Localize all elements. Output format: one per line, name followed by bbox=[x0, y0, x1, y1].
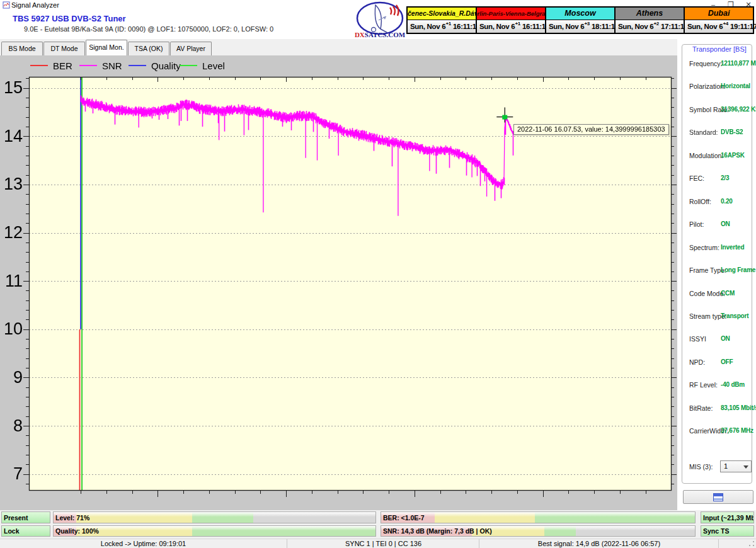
transponder-field: CarrierWidth:37,676 MHz bbox=[682, 427, 753, 437]
transponder-field: FEC:2/3 bbox=[682, 174, 753, 185]
clock-time: 16:11:17 bbox=[453, 23, 480, 30]
clock-time: 19:11:17 bbox=[730, 23, 756, 30]
lock-label: Lock bbox=[4, 527, 20, 535]
clock-city: Athens bbox=[616, 8, 684, 20]
stream-options-button[interactable] bbox=[683, 490, 753, 504]
field-value: OFF bbox=[721, 358, 733, 365]
clock-city: Moscow bbox=[546, 8, 614, 20]
quality-gauge: Quality: 100% bbox=[53, 525, 376, 537]
field-value: CCM bbox=[721, 290, 735, 297]
chevron-down-icon bbox=[743, 465, 748, 469]
clock-time: 16:11:17 bbox=[522, 23, 549, 30]
clock-time-row: Sun, Nov 6+116:11:17 bbox=[408, 20, 476, 33]
clock-4: AthensSun, Nov 6+217:11:17 bbox=[616, 8, 685, 33]
clock-1: Lučenec-Slovakia_R.DávidSun, Nov 6+116:1… bbox=[408, 8, 477, 33]
field-value: 31396,922 KS/s bbox=[721, 106, 756, 113]
field-value: 12110,877 MHz bbox=[721, 60, 756, 67]
clock-city: Lučenec-Slovakia_R.Dávid bbox=[408, 8, 476, 20]
clock-utc-offset: +2 bbox=[653, 21, 659, 26]
field-label: Frequency: bbox=[689, 60, 723, 67]
legend-label: SNR bbox=[102, 60, 122, 71]
clock-date: Sun, Nov 6 bbox=[479, 23, 515, 30]
field-label: NPD: bbox=[689, 358, 705, 366]
transponder-field: Pilot:ON bbox=[682, 220, 753, 231]
legend-line-swatch bbox=[79, 65, 97, 66]
tab-av-player[interactable]: AV Player bbox=[170, 42, 212, 55]
gauge-segment bbox=[192, 512, 253, 523]
transponder-field: Frequency:12110,877 MHz bbox=[682, 60, 753, 70]
field-label: Standard: bbox=[689, 128, 718, 136]
dxsatcs-logo: DXSATCS.COM bbox=[355, 1, 405, 39]
logo-text-dx: DX bbox=[355, 31, 365, 38]
sync-ts-indicator: Sync TS bbox=[701, 525, 754, 537]
legend-line-swatch bbox=[129, 65, 146, 66]
field-label: Spectrum: bbox=[689, 244, 719, 251]
gauge-segment bbox=[576, 526, 695, 536]
window-title: Signal Analyzer bbox=[11, 1, 59, 9]
level-label: Level: 71% bbox=[55, 513, 89, 521]
transponder-field: RollOff:0.20 bbox=[682, 198, 753, 208]
transponder-field: BitRate:83,105 Mbit/s bbox=[682, 404, 753, 414]
legend-label: Level bbox=[202, 60, 225, 71]
legend-item-level[interactable]: Level bbox=[180, 60, 225, 71]
lock-indicator: Lock bbox=[1, 525, 50, 537]
signal-chart[interactable]: BERSNRQualityLevel 2022-11-06 16.07.53, … bbox=[0, 55, 677, 510]
clock-utc-offset: +1 bbox=[515, 21, 520, 26]
transponder-field: RF Level:-40 dBm bbox=[682, 381, 753, 391]
transponder-field: Code Mode:CCM bbox=[682, 290, 753, 300]
field-label: Modulation: bbox=[689, 152, 723, 159]
clock-date: Sun, Nov 6 bbox=[549, 23, 584, 30]
gauge-segment bbox=[192, 526, 375, 536]
resize-grip[interactable] bbox=[748, 540, 755, 547]
present-indicator: Present bbox=[1, 511, 50, 523]
field-label: ISSYI bbox=[689, 335, 706, 343]
legend-item-ber[interactable]: BER bbox=[30, 60, 72, 71]
tab-dt-mode[interactable]: DT Mode bbox=[43, 42, 85, 55]
device-subtitle: 9.0E - Eutelsat 9B/Ka-Sat 9A (ID: 0090) … bbox=[24, 25, 273, 33]
status-best-signal: Best signal: 14,9 dB (2022-11-06 06:57) bbox=[479, 539, 719, 548]
field-value: -40 dBm bbox=[721, 381, 745, 388]
transponder-field: Frame Type:Long Frame bbox=[682, 266, 753, 277]
field-value: ON bbox=[721, 220, 730, 227]
ber-label: BER: <1.0E-7 bbox=[383, 513, 425, 521]
clock-city: Dubai bbox=[685, 8, 753, 20]
field-label: Pilot: bbox=[689, 220, 704, 228]
gauge-segment bbox=[253, 512, 375, 523]
tab-strip: BS ModeDT ModeSignal Mon.TSA (OK)AV Play… bbox=[0, 39, 677, 55]
tab-tsa-ok[interactable]: TSA (OK) bbox=[128, 42, 169, 55]
clock-2: Berlin-Paris-Vienna-BelgradeSun, Nov 6+1… bbox=[477, 8, 546, 33]
transponder-panel: Transponder [BS] Frequency:12110,877 MHz… bbox=[677, 39, 756, 510]
gauge-segment bbox=[544, 526, 576, 536]
clock-date: Sun, Nov 6 bbox=[687, 23, 723, 30]
field-label: FEC: bbox=[689, 174, 704, 182]
legend-item-snr[interactable]: SNR bbox=[79, 60, 122, 71]
legend-item-quality[interactable]: Quality bbox=[129, 60, 181, 71]
clock-time-row: Sun, Nov 6+116:11:17 bbox=[477, 20, 545, 33]
tab-signal-mon[interactable]: Signal Mon. bbox=[86, 40, 127, 55]
legend-line-swatch bbox=[180, 65, 197, 66]
world-clocks: Lučenec-Slovakia_R.DávidSun, Nov 6+116:1… bbox=[406, 6, 754, 34]
clock-utc-offset: +4 bbox=[723, 21, 728, 26]
field-value: 0.20 bbox=[721, 198, 733, 205]
device-title: TBS 5927 USB DVB-S2 Tuner bbox=[13, 14, 126, 23]
field-value: 37,676 MHz bbox=[721, 427, 753, 434]
status-sync: SYNC 1 | TEI 0 | CC 136 bbox=[287, 539, 479, 548]
clock-3: MoscowSun, Nov 6+318:11:17 bbox=[546, 8, 616, 33]
svg-text:DXSATCS.COM: DXSATCS.COM bbox=[355, 31, 405, 38]
field-value: DVB-S2 bbox=[721, 128, 743, 135]
snr-gauge: SNR: 14,3 dB (Margin: 7,3 dB | OK) bbox=[381, 525, 696, 537]
field-value: Horizontal bbox=[721, 83, 750, 89]
mis-selected-value: 1 bbox=[724, 462, 728, 470]
tab-bs-mode[interactable]: BS Mode bbox=[1, 42, 43, 55]
field-value: Long Frame bbox=[721, 266, 755, 273]
field-value: ON bbox=[721, 335, 730, 342]
clock-utc-offset: +3 bbox=[584, 21, 590, 26]
field-value: 2/3 bbox=[721, 174, 729, 181]
status-uptime: Locked -> Uptime: 09:19:01 bbox=[0, 539, 287, 548]
mis-dropdown[interactable]: 1 bbox=[720, 460, 752, 472]
mis-label: MIS (3): bbox=[689, 463, 713, 471]
field-label: RF Level: bbox=[689, 381, 718, 389]
field-label: RollOff: bbox=[689, 198, 711, 205]
clock-5: DubaiSun, Nov 6+419:11:17 bbox=[685, 8, 753, 33]
sync-ts-label: Sync TS bbox=[703, 527, 729, 535]
